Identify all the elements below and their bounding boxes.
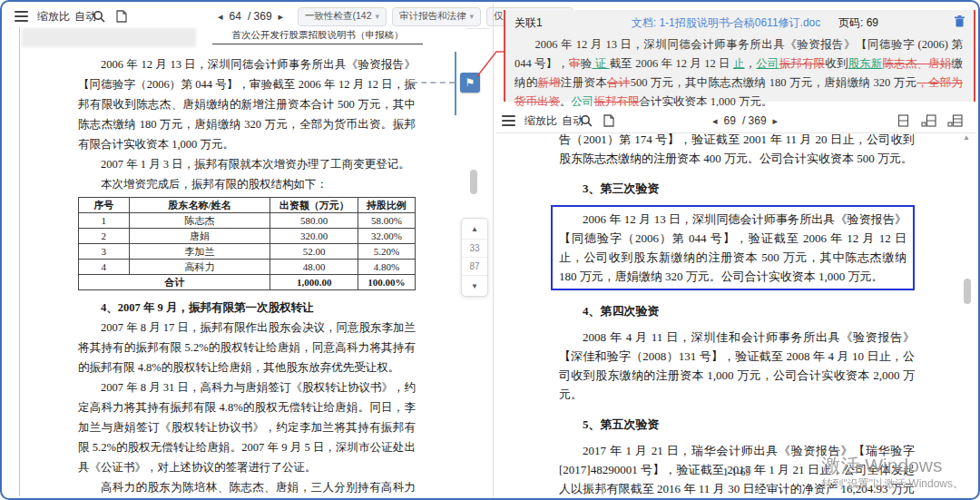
search-icon[interactable]	[93, 5, 105, 28]
diff-segment-del: 新增	[538, 76, 562, 89]
prev-diff-button[interactable]: ▲	[462, 219, 487, 239]
table-row: 2唐娟320.0032.00%	[79, 229, 416, 244]
left-document: 首次公开发行股票招股说明书（申报稿） 2006 年 12 月 13 日，深圳同德…	[11, 27, 466, 496]
left-document-content: 2006 年 12 月 13 日，深圳同德会计师事务所出具《验资报告》【同德验字…	[78, 54, 416, 496]
table-row: 3李加兰52.005.20%	[79, 244, 416, 260]
diff-count-total: 87	[462, 257, 487, 275]
doc-heading: 4、第四次验资	[559, 301, 915, 320]
table-total-label: 合计	[79, 275, 270, 290]
table-cell: 48.00	[270, 260, 358, 275]
doc-heading: 5、第五次验资	[559, 415, 915, 434]
filter-dropdown-label: 审计报告和法律	[399, 10, 466, 23]
table-cell: 4	[79, 260, 130, 275]
diff-segment-del: 陈志杰、唐娟	[883, 57, 952, 70]
layout-single-icon[interactable]	[897, 114, 910, 127]
diff-segment-normal: 500 万元，其中陈志杰缴纳 180 万元，唐娟缴纳 320 万元	[631, 76, 917, 89]
table-row: 4高科力48.004.80%	[79, 260, 416, 275]
doc-paragraph: 本次增资完成后，振邦有限的股权结构如下：	[78, 174, 416, 194]
page-total: / 369	[742, 114, 767, 127]
table-total-row: 合计1,000.00100.00%	[79, 275, 416, 290]
doc-paragraph: 告（2001）第 174 号】，验证截至 2001 年 11 月 20 日止，公…	[559, 130, 915, 168]
table-total-percent: 100.00%	[358, 275, 415, 290]
link-card: 关联1 文档: 1-1招股说明书-合稿0611修订.doc 页码: 69 200…	[504, 10, 975, 102]
doc-paragraph: 2007 年 8 月 17 日，振邦有限作出股东会决议，同意股东李加兰将其持有的…	[78, 318, 416, 377]
filter-dropdown[interactable]: 审计报告和法律▾	[392, 7, 481, 26]
doc-paragraph: 2008 年 4 月 11 日，深圳佳和会计师事务所出具《验资报告》【深佳和验字…	[559, 328, 915, 404]
next-page-button[interactable]: ▸	[773, 115, 779, 127]
layout-grid-icon[interactable]	[947, 114, 963, 127]
linked-document-link[interactable]: 文档: 1-1招股说明书-合稿0611修订.doc	[614, 15, 838, 31]
link-flag-button[interactable]: ⚑	[460, 73, 480, 93]
filter-dropdown[interactable]: 一致性检查(142▾	[298, 7, 387, 26]
table-row: 1陈志杰580.0058.00%	[79, 213, 416, 229]
diff-segment-normal: 验	[581, 57, 593, 70]
diff-segment-ins: 公司	[756, 57, 779, 70]
table-cell: 5.20%	[358, 244, 415, 260]
linked-page-number: 页码: 69	[838, 15, 878, 31]
diff-segment-del: 审	[569, 57, 581, 70]
prev-page-button[interactable]: ◂	[712, 115, 718, 127]
table-cell: 陈志杰	[129, 213, 270, 229]
table-cell: 580.00	[270, 213, 358, 229]
page-number-value[interactable]: 64	[230, 10, 241, 23]
table-cell: 320.00	[270, 229, 358, 244]
table-cell: 2	[79, 229, 130, 244]
table-header-cell: 持股比例	[358, 198, 415, 213]
diff-segment-ins: 止	[733, 57, 745, 70]
table-cell: 唐娟	[129, 229, 270, 244]
page-total: / 369	[248, 10, 272, 23]
left-pager: ◂ 64 / 369 ▸	[218, 5, 283, 28]
left-scrollbar-thumb[interactable]	[470, 170, 477, 194]
table-cell: 1	[79, 213, 130, 229]
table-cell: 3	[79, 244, 130, 260]
page-number-value[interactable]: 69	[724, 114, 736, 127]
windows-activation-watermark: 激活 Windows 转到"设置"以激活 Windows。	[821, 455, 964, 491]
page-edge-line	[19, 27, 20, 496]
diff-segment-ins: 股东新	[848, 57, 883, 70]
delete-link-icon[interactable]	[955, 15, 965, 30]
layout-split-icon[interactable]	[921, 114, 936, 127]
diff-segment-normal: 注册资本	[561, 76, 607, 89]
table-cell: 32.00%	[358, 229, 415, 244]
diff-segment-ins: 证	[592, 57, 609, 70]
next-diff-button[interactable]: ▼	[462, 275, 487, 296]
zoom-label: 缩放比	[37, 9, 70, 25]
diff-segment-del: 振邦有限	[779, 57, 826, 70]
highlighted-match-box: 2006 年 12 月 13 日，深圳同德会计师事务所出具《验资报告》【同德验字…	[551, 205, 915, 290]
right-document-panel: 缩放比 自动 ◂ 69 / 369 ▸ 告（2001）第 174 号】	[496, 106, 975, 496]
doc-paragraph: 2006 年 12 月 13 日，深圳同德会计师事务所出具《验资报告》【同德验字…	[78, 54, 416, 154]
thumbnail-page-icon[interactable]	[116, 5, 127, 28]
app-window: 缩放比 自动 ◂ 64 / 369 ▸ 一致性检查(142▾审计报告和法律▾仅显…	[0, 0, 980, 500]
diff-segment-normal: ，	[745, 57, 757, 70]
next-page-button[interactable]: ▸	[279, 11, 284, 23]
left-toolbar: 缩放比 自动 ◂ 64 / 369 ▸ 一致性检查(142▾审计报告和法律▾仅显…	[9, 5, 490, 28]
right-scrollbar-thumb[interactable]	[964, 279, 971, 304]
link-card-title: 关联1	[514, 15, 543, 31]
doc-heading: 4、2007 年 9 月，振邦有限第一次股权转让	[78, 298, 416, 318]
diff-navigator: ▲ 33 87 ▼	[461, 218, 488, 297]
prev-page-button[interactable]: ◂	[218, 11, 223, 23]
diff-segment-normal: 截至 2006 年 12 月 12 日	[610, 57, 733, 70]
diff-segment-del: 合计	[607, 76, 631, 89]
table-header-cell: 序号	[79, 198, 130, 213]
scroll-up-arrow[interactable]: ▲	[963, 133, 970, 142]
chevron-down-icon: ▾	[376, 12, 380, 21]
table-total-amount: 1,000.00	[270, 275, 358, 290]
chevron-down-icon: ▾	[470, 12, 475, 21]
menu-icon[interactable]	[15, 11, 28, 22]
link-dash-connector	[412, 82, 455, 83]
doc-heading: 3、第三次验资	[559, 179, 915, 198]
diff-segment-normal: 收到	[825, 57, 848, 70]
filter-dropdown-label: 一致性检查(142	[305, 10, 372, 23]
table-cell: 4.80%	[358, 260, 415, 275]
menu-icon[interactable]	[502, 115, 515, 126]
shareholding-table: 序号股东名称/姓名出资额（万元）持股比例1陈志杰580.0058.00%2唐娟3…	[78, 197, 416, 290]
flag-icon: ⚑	[466, 76, 475, 89]
table-header-cell: 股东名称/姓名	[129, 198, 270, 213]
table-cell: 高科力	[129, 260, 270, 275]
doc-paragraph: 2007 年 8 月 31 日，高科力与唐娟签订《股权转让协议书》，约定高科力将…	[78, 377, 416, 477]
doc-paragraph: 2006 年 12 月 13 日，深圳同德会计师事务所出具《验资报告》【同德验字…	[559, 210, 906, 286]
table-cell: 李加兰	[129, 244, 270, 260]
zoom-label: 缩放比	[524, 113, 557, 129]
right-document-content: 告（2001）第 174 号】，验证截至 2001 年 11 月 20 日止，公…	[559, 130, 915, 500]
